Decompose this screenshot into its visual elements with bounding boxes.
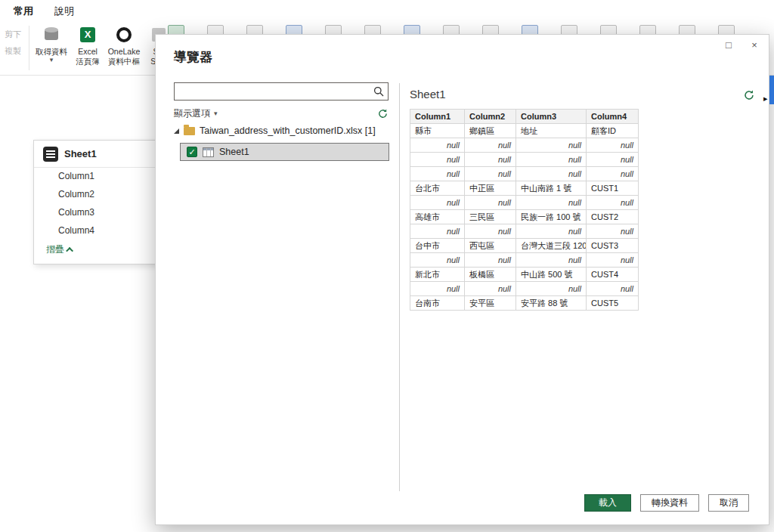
sheet-icon bbox=[43, 147, 58, 162]
preview-body: 縣市鄉鎮區地址顧客IDnullnullnullnullnullnullnulln… bbox=[410, 124, 639, 311]
database-icon bbox=[45, 24, 58, 45]
table-cell: null bbox=[516, 253, 587, 268]
column-header: Column2 bbox=[465, 110, 516, 124]
get-data-button[interactable]: 取得資料 ▾ bbox=[33, 24, 70, 63]
onelake-label-line2: 資料中樞 bbox=[108, 57, 140, 66]
excel-label-line1: Excel bbox=[78, 47, 98, 57]
refresh-icon[interactable] bbox=[377, 108, 389, 119]
table-row: 新北市板橋區中山路 500 號CUST4 bbox=[410, 268, 639, 282]
table-cell: null bbox=[465, 153, 516, 167]
folder-icon bbox=[184, 127, 195, 135]
table-cell: null bbox=[465, 196, 516, 210]
ribbon-separator bbox=[29, 26, 29, 70]
table-cell: 地址 bbox=[516, 124, 587, 138]
table-cell: 台北市 bbox=[410, 181, 465, 196]
table-row: 台北市中正區中山南路 1 號CUST1 bbox=[410, 181, 639, 196]
search-box bbox=[174, 82, 389, 101]
table-cell: CUST2 bbox=[587, 210, 639, 224]
table-cell: null bbox=[410, 282, 465, 296]
table-cell: null bbox=[410, 253, 465, 268]
tab-home[interactable]: 常用 bbox=[14, 5, 33, 25]
dialog-title: 導覽器 bbox=[174, 48, 212, 66]
preview-table: Column1Column2Column3Column4 縣市鄉鎮區地址顧客ID… bbox=[410, 109, 639, 311]
table-cell: null bbox=[587, 253, 639, 268]
search-icon[interactable] bbox=[370, 83, 388, 100]
tab-help[interactable]: 說明 bbox=[54, 5, 74, 23]
close-icon[interactable]: × bbox=[748, 39, 761, 51]
table-cell: 顧客ID bbox=[587, 124, 639, 138]
chevron-up-icon bbox=[66, 247, 73, 255]
table-cell: 中山路 500 號 bbox=[516, 268, 587, 282]
expand-pane-arrow-icon[interactable]: ▸ bbox=[763, 94, 768, 104]
display-options-row: 顯示選項 ▾ bbox=[174, 107, 389, 120]
table-cell: null bbox=[410, 138, 465, 153]
right-scrollbar[interactable] bbox=[769, 76, 774, 104]
table-cell: null bbox=[516, 282, 587, 296]
table-cell: null bbox=[410, 167, 465, 181]
table-cell: 民族一路 100 號 bbox=[516, 210, 587, 224]
preview-refresh-icon[interactable] bbox=[743, 89, 755, 101]
table-cell: CUST5 bbox=[587, 296, 639, 311]
table-cell: 高雄市 bbox=[410, 210, 465, 224]
table-row: nullnullnullnull bbox=[410, 138, 639, 153]
table-row: 台南市安平區安平路 88 號CUST5 bbox=[410, 296, 639, 311]
table-row: 台中市西屯區台灣大道三段 120CUST3 bbox=[410, 239, 639, 253]
table-cell: null bbox=[587, 224, 639, 239]
display-options-label: 顯示選項 bbox=[174, 107, 210, 120]
transform-data-button[interactable]: 轉換資料 bbox=[640, 494, 699, 512]
maximize-icon[interactable]: □ bbox=[722, 39, 735, 51]
table-cell: null bbox=[516, 167, 587, 181]
table-cell: null bbox=[587, 138, 639, 153]
table-cell: 鄉鎮區 bbox=[465, 124, 516, 138]
dialog-buttons: 載入 轉換資料 取消 bbox=[584, 494, 749, 512]
table-cell: null bbox=[410, 224, 465, 239]
table-cell: 板橋區 bbox=[465, 268, 516, 282]
table-cell: 台灣大道三段 120 bbox=[516, 239, 587, 253]
cancel-button[interactable]: 取消 bbox=[708, 494, 749, 512]
collapse-link[interactable]: 摺疊 bbox=[46, 243, 73, 256]
onelake-hub-button[interactable]: OneLake 資料中樞 bbox=[104, 24, 144, 66]
table-cell: 三民區 bbox=[465, 210, 516, 224]
onelake-icon bbox=[116, 24, 132, 45]
column-header: Column4 bbox=[587, 110, 639, 124]
table-row: nullnullnullnull bbox=[410, 282, 639, 296]
table-cell: CUST1 bbox=[587, 181, 639, 196]
table-cell: 台中市 bbox=[410, 239, 465, 253]
onelake-label-line1: OneLake bbox=[108, 47, 141, 57]
table-cell: null bbox=[410, 196, 465, 210]
column-header: Column3 bbox=[516, 110, 587, 124]
tree-expanded-icon bbox=[174, 128, 179, 134]
tree-sheet-item[interactable]: ✓ Sheet1 bbox=[180, 143, 389, 161]
table-row: nullnullnullnull bbox=[410, 196, 639, 210]
display-options-dropdown[interactable]: 顯示選項 ▾ bbox=[174, 107, 218, 120]
excel-workbook-button[interactable]: X Excel 活頁簿 bbox=[71, 24, 104, 66]
preview-header-row: Column1Column2Column3Column4 bbox=[410, 110, 639, 124]
table-cell: CUST3 bbox=[587, 239, 639, 253]
dialog-window-controls: □ × bbox=[722, 39, 761, 51]
table-row: 縣市鄉鎮區地址顧客ID bbox=[410, 124, 639, 138]
table-cell: null bbox=[587, 153, 639, 167]
sheet-checkbox[interactable]: ✓ bbox=[187, 147, 197, 157]
excel-icon: X bbox=[80, 24, 95, 45]
fields-panel-title: Sheet1 bbox=[64, 148, 97, 159]
column-header: Column1 bbox=[410, 110, 465, 124]
preview-title: Sheet1 bbox=[410, 88, 446, 101]
sheet-name: Sheet1 bbox=[219, 147, 249, 157]
table-row: nullnullnullnull bbox=[410, 167, 639, 181]
table-cell: CUST4 bbox=[587, 268, 639, 282]
table-cell: null bbox=[516, 153, 587, 167]
tree-root-node[interactable]: Taiwan_address_with_customerID.xlsx [1] bbox=[174, 125, 376, 136]
table-cell: null bbox=[516, 138, 587, 153]
table-cell: null bbox=[516, 224, 587, 239]
table-cell: null bbox=[587, 196, 639, 210]
table-cell: 西屯區 bbox=[465, 239, 516, 253]
table-cell: 安平區 bbox=[465, 296, 516, 311]
dialog-divider bbox=[399, 83, 400, 491]
table-cell: null bbox=[465, 282, 516, 296]
table-row: nullnullnullnull bbox=[410, 153, 639, 167]
load-button[interactable]: 載入 bbox=[584, 494, 631, 512]
chevron-down-icon: ▾ bbox=[214, 110, 218, 117]
table-row: 高雄市三民區民族一路 100 號CUST2 bbox=[410, 210, 639, 224]
search-input[interactable] bbox=[175, 83, 370, 100]
table-cell: 中正區 bbox=[465, 181, 516, 196]
